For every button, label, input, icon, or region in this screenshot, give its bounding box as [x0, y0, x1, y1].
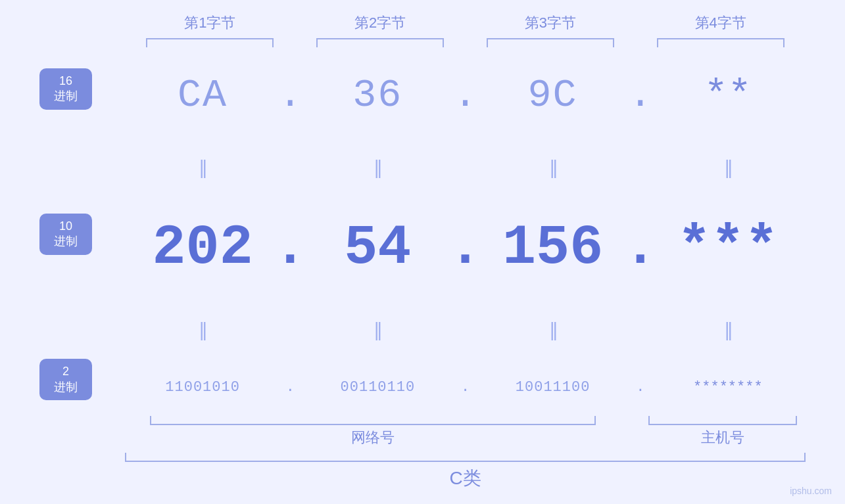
- bin-cell-3: 10011100: [475, 379, 631, 396]
- dec-dot-1: .: [280, 216, 300, 280]
- dec-dot-3: .: [631, 216, 650, 280]
- top-brackets: [39, 38, 806, 47]
- host-bracket-section: 主机号: [640, 416, 806, 447]
- bin-dot-2: .: [456, 379, 475, 396]
- eq2-cell-4: ‖: [650, 319, 806, 340]
- bin-dot-1: .: [280, 379, 300, 396]
- data-area: CA . 36 . 9C . **: [125, 54, 806, 415]
- dec-cell-3: 156: [475, 216, 631, 280]
- host-label: 主机号: [701, 428, 744, 447]
- hex-dot-2: .: [456, 73, 475, 118]
- class-section: C类: [39, 453, 806, 491]
- network-label: 网络号: [351, 428, 395, 447]
- bin-cell-4: ********: [650, 379, 806, 396]
- main-grid: 16 进制 10 进制 2 进制 CA .: [39, 54, 806, 415]
- eq2-cell-2: ‖: [300, 319, 455, 340]
- col-header-2: 第2字节: [295, 13, 466, 33]
- top-bracket-4: [635, 38, 806, 47]
- hex-dot-1: .: [280, 73, 300, 118]
- bin-badge: 2 进制: [39, 359, 92, 400]
- hex-cell-3: 9C: [475, 73, 631, 118]
- eq2-cell-1: ‖: [125, 319, 280, 340]
- dec-cell-1: 202: [125, 216, 280, 280]
- net-bracket-section: 网络号: [125, 416, 621, 447]
- hex-cell-4: **: [650, 73, 806, 118]
- dec-row: 202 . 54 . 156 . ***: [125, 216, 806, 280]
- eq1-cell-3: ‖: [475, 156, 631, 178]
- equals-row-1: ‖ ‖ ‖ ‖: [125, 156, 806, 178]
- bin-dot-3: .: [631, 379, 650, 396]
- eq1-cell-1: ‖: [125, 156, 280, 178]
- hex-badge: 16 进制: [39, 68, 92, 110]
- col-header-3: 第3字节: [466, 13, 636, 33]
- eq2-cell-3: ‖: [475, 319, 631, 340]
- hex-dot-3: .: [631, 73, 650, 118]
- hex-cell-2: 36: [300, 73, 455, 118]
- top-bracket-3: [466, 38, 636, 47]
- hex-row: CA . 36 . 9C . **: [125, 73, 806, 118]
- equals-row-2: ‖ ‖ ‖ ‖: [125, 319, 806, 340]
- eq1-cell-2: ‖: [300, 156, 455, 178]
- all-bracket: [125, 453, 806, 462]
- net-bracket: [150, 416, 596, 425]
- dec-dot-2: .: [456, 216, 475, 280]
- watermark: ipshu.com: [790, 486, 832, 496]
- bottom-section: 网络号 主机号: [39, 416, 806, 447]
- dec-cell-2: 54: [300, 216, 455, 280]
- col-header-4: 第4字节: [635, 13, 806, 33]
- class-label: C类: [125, 466, 806, 491]
- column-headers: 第1字节 第2字节 第3字节 第4字节: [39, 13, 806, 33]
- dec-badge: 10 进制: [39, 214, 92, 255]
- top-bracket-1: [125, 38, 295, 47]
- host-bracket: [648, 416, 797, 425]
- bin-cell-2: 00110110: [300, 379, 455, 396]
- dec-cell-4: ***: [650, 216, 806, 280]
- eq1-cell-4: ‖: [650, 156, 806, 178]
- bin-cell-1: 11001010: [125, 379, 280, 396]
- main-container: 第1字节 第2字节 第3字节 第4字节 16 进制 10 进制: [0, 0, 845, 504]
- top-bracket-2: [295, 38, 466, 47]
- row-labels: 16 进制 10 进制 2 进制: [39, 54, 125, 415]
- hex-cell-1: CA: [125, 73, 280, 118]
- col-header-1: 第1字节: [125, 13, 295, 33]
- bin-row: 11001010 . 00110110 . 10011100 .: [125, 379, 806, 396]
